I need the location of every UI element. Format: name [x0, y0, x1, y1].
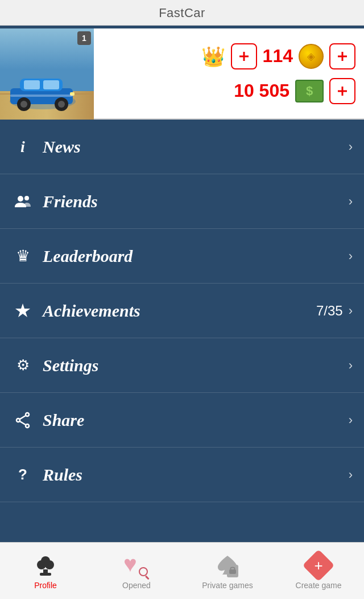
svg-point-30: [41, 556, 50, 565]
chevron-icon: ›: [349, 140, 353, 154]
club-icon: [32, 552, 59, 579]
tab-bar: Profile ♥ Opened: [0, 542, 364, 599]
svg-marker-22: [15, 303, 30, 317]
menu-item-settings[interactable]: ⚙ Settings ›: [0, 338, 364, 393]
menu-label-achievements: Achievements: [43, 301, 316, 321]
lock-spade-icon: [214, 552, 241, 579]
svg-point-20: [18, 196, 23, 202]
svg-point-24: [26, 413, 29, 416]
add-coins-button[interactable]: [329, 43, 355, 69]
tab-profile[interactable]: Profile: [0, 543, 91, 599]
crown-icon: 👑: [201, 45, 225, 68]
chevron-icon: ›: [349, 303, 353, 318]
menu-item-friends[interactable]: Friends ›: [0, 174, 364, 229]
achievements-icon: [11, 300, 34, 322]
add-cash-button[interactable]: [329, 78, 355, 104]
chevron-icon: ›: [349, 194, 353, 209]
svg-point-11: [58, 101, 65, 108]
svg-rect-32: [40, 573, 51, 576]
coin-icon: [299, 44, 324, 69]
svg-point-21: [24, 196, 29, 200]
settings-icon: ⚙: [11, 354, 34, 377]
tab-label-profile: Profile: [34, 581, 57, 590]
svg-line-27: [20, 421, 26, 425]
menu-label-news: News: [43, 137, 349, 157]
vip-stat-row: 👑 114: [102, 43, 355, 69]
vip-coins-value: 114: [263, 46, 293, 67]
share-icon: [11, 409, 34, 432]
friends-icon: [11, 190, 34, 213]
menu-item-leaderboard[interactable]: ♛ Leaderboard ›: [0, 229, 364, 284]
svg-point-23: [16, 419, 20, 422]
leaderboard-icon: ♛: [11, 245, 34, 268]
menu-item-news[interactable]: i News ›: [0, 120, 364, 174]
info-icon: i: [11, 136, 34, 158]
cash-stat-row: 10 505: [102, 78, 355, 104]
svg-point-25: [26, 424, 29, 428]
achievements-badge: 7/35: [316, 303, 343, 319]
notification-badge: 1: [77, 31, 91, 45]
cash-value: 10 505: [234, 80, 289, 101]
svg-point-9: [20, 101, 27, 108]
heart-search-icon: ♥: [123, 552, 150, 579]
profile-section: 1 👑 114: [0, 28, 364, 120]
svg-rect-7: [43, 80, 59, 89]
menu-label-rules: Rules: [43, 465, 349, 485]
tab-private-games[interactable]: Private games: [182, 543, 273, 599]
chevron-icon: ›: [349, 358, 353, 373]
menu-label-leaderboard: Leaderboard: [43, 247, 349, 266]
menu-label-friends: Friends: [43, 192, 349, 211]
rules-icon: ?: [11, 463, 34, 486]
svg-line-26: [20, 416, 26, 419]
menu-label-settings: Settings: [43, 356, 349, 375]
money-icon: [295, 80, 324, 102]
tab-create-game[interactable]: + Create game: [273, 543, 364, 599]
tab-label-private-games: Private games: [202, 581, 253, 590]
menu-list: i News › Friends › ♛ Leaderboard ›: [0, 120, 364, 502]
tab-label-opened: Opened: [122, 581, 151, 590]
chevron-icon: ›: [349, 249, 353, 264]
menu-item-share[interactable]: Share ›: [0, 393, 364, 448]
add-vip-button[interactable]: [231, 43, 257, 69]
chevron-icon: ›: [349, 467, 353, 482]
stats-container: 👑 114 10 505: [94, 28, 364, 118]
chevron-icon: ›: [349, 413, 353, 428]
menu-label-share: Share: [43, 411, 349, 430]
svg-rect-33: [229, 569, 236, 574]
menu-item-rules[interactable]: ? Rules ›: [0, 448, 364, 502]
tab-opened[interactable]: ♥ Opened: [91, 543, 182, 599]
avatar[interactable]: 1: [0, 28, 94, 120]
svg-rect-13: [10, 95, 73, 97]
app-title: FastCar: [0, 0, 364, 26]
create-game-icon: +: [305, 552, 332, 579]
svg-rect-6: [24, 80, 40, 89]
tab-label-create-game: Create game: [296, 581, 342, 590]
menu-item-achievements[interactable]: Achievements 7/35 ›: [0, 284, 364, 338]
